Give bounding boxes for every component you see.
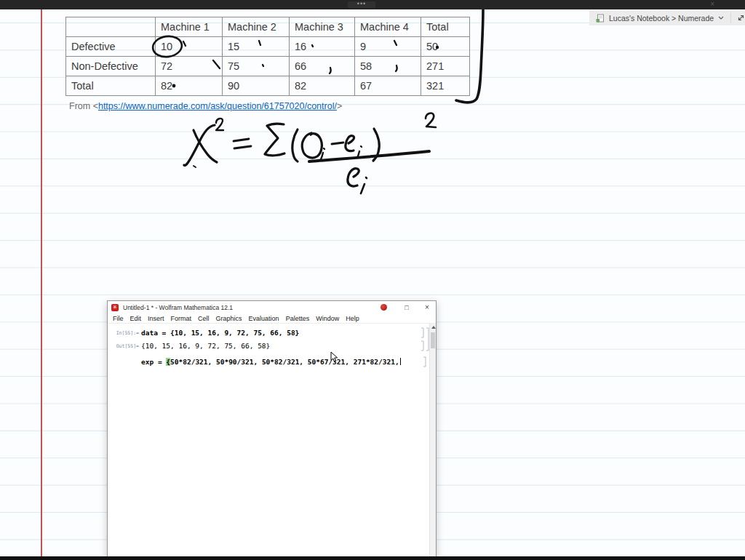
menu-format[interactable]: Format (171, 315, 192, 322)
toolbar-close-button[interactable]: × (710, 0, 714, 9)
table-row-total: Total 82 90 82 67 321 (66, 76, 470, 96)
row-label: Total (66, 76, 156, 96)
cell: 72 (156, 57, 223, 76)
top-toolbar: ••• × (0, 0, 745, 9)
source-citation: From <https://www.numerade.com/ask/quest… (69, 101, 342, 111)
mathematica-window: ✳ Untitled-1 * - Wolfram Mathematica 12.… (107, 300, 437, 560)
row-label: Non-Defective (66, 57, 156, 76)
bottom-toolbar (0, 556, 745, 560)
menu-insert[interactable]: Insert (148, 315, 164, 322)
menu-edit[interactable]: Edit (130, 315, 142, 322)
scrollbar-up-arrow[interactable] (431, 326, 436, 329)
out-label: Out[55]= (108, 343, 139, 349)
menu-evaluation[interactable]: Evaluation (249, 315, 279, 322)
contingency-table: Machine 1 Machine 2 Machine 3 Machine 4 … (65, 17, 470, 96)
header-machine-1: Machine 1 (156, 17, 223, 37)
menu-palettes[interactable]: Palettes (286, 315, 310, 322)
notebook-content[interactable]: In[55]:= data = {10, 15, 16, 9, 72, 75, … (108, 324, 436, 559)
cell: 16 (290, 37, 355, 57)
notebook-switcher: Lucas's Notebook > Numerade (589, 10, 745, 25)
header-machine-4: Machine 4 (355, 17, 421, 37)
cell: 9 (355, 37, 421, 57)
cell: 90 (223, 76, 290, 96)
table-header-row: Machine 1 Machine 2 Machine 3 Machine 4 … (66, 17, 470, 37)
header-machine-3: Machine 3 (290, 17, 355, 37)
cell: 50 (421, 37, 470, 57)
cell: 82 (290, 76, 355, 96)
margin-line (41, 9, 42, 560)
mathematica-menubar: File Edit Insert Format Cell Graphics Ev… (108, 313, 436, 324)
scrollbar-thumb[interactable] (431, 332, 435, 348)
breadcrumb: Lucas's Notebook > Numerade (609, 14, 714, 23)
header-total: Total (421, 17, 470, 37)
expand-page-button[interactable] (731, 10, 745, 25)
expand-diagonal-icon (737, 14, 745, 22)
row-label: Defective (66, 37, 156, 57)
notification-badge-icon[interactable] (381, 304, 387, 311)
window-title: Untitled-1 * - Wolfram Mathematica 12.1 (123, 304, 233, 311)
mouse-cursor (330, 351, 339, 363)
close-button[interactable]: × (420, 303, 434, 311)
input-code[interactable]: data = {10, 15, 16, 9, 72, 75, 66, 58} (141, 329, 299, 337)
menu-window[interactable]: Window (316, 315, 339, 322)
cell: 15 (223, 37, 290, 57)
mathematica-titlebar[interactable]: ✳ Untitled-1 * - Wolfram Mathematica 12.… (108, 301, 436, 313)
cell: 75 (223, 57, 290, 76)
notebook-icon (596, 14, 605, 23)
mathematica-app-icon: ✳ (111, 304, 119, 311)
table-row-defective: Defective 10 15 16 9 50 (66, 37, 470, 57)
cell: 67 (355, 76, 421, 96)
scrollbar[interactable] (429, 324, 436, 559)
cell: 82 (156, 76, 223, 96)
source-prefix: From < (69, 101, 98, 111)
output-code: {10, 15, 16, 9, 72, 75, 66, 58} (141, 342, 270, 350)
chevron-down-icon (718, 16, 724, 20)
notebook-breadcrumb-button[interactable]: Lucas's Notebook > Numerade (589, 10, 730, 25)
cell: 66 (290, 57, 355, 76)
menu-graphics[interactable]: Graphics (216, 315, 242, 322)
menu-cell[interactable]: Cell (198, 315, 210, 322)
text-caret (400, 358, 401, 365)
cell: 271 (421, 57, 470, 76)
onenote-page: ••• × Lucas's Notebook > Numerade (0, 0, 745, 560)
header-machine-2: Machine 2 (223, 17, 290, 37)
cell: 58 (355, 57, 421, 76)
in-label: In[55]:= (108, 330, 139, 336)
maximize-button[interactable]: □ (399, 304, 414, 311)
source-suffix: > (337, 101, 342, 111)
table-row-non-defective: Non-Defective 72 75 66 58 271 (66, 57, 470, 76)
menu-help[interactable]: Help (346, 315, 359, 322)
cell: 321 (421, 76, 470, 96)
source-link[interactable]: https://www.numerade.com/ask/question/61… (98, 101, 337, 111)
cell: 10 (156, 37, 223, 57)
menu-file[interactable]: File (113, 315, 124, 322)
toolbar-ellipsis-button[interactable]: ••• (348, 1, 375, 8)
header-blank (66, 17, 156, 37)
exp-code[interactable]: exp = {50*82/321, 50*90/321, 50*82/321, … (141, 358, 401, 366)
